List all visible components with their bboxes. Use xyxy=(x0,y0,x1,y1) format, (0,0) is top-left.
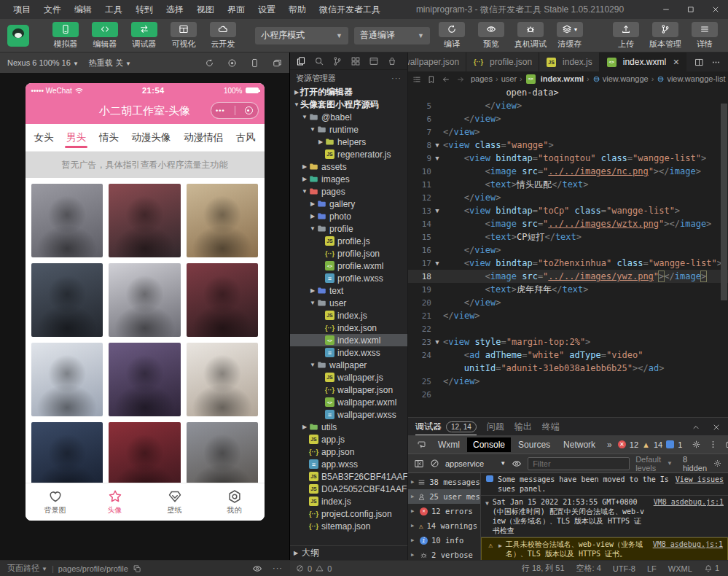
category-tab[interactable]: 女头 xyxy=(33,124,55,151)
git-branch-button[interactable] xyxy=(329,53,345,69)
category-tab[interactable]: 动漫头像 xyxy=(130,124,172,151)
toolbar-button[interactable]: 真机调试 xyxy=(514,22,547,50)
tree-item[interactable]: ≡index.wxss xyxy=(290,346,407,359)
category-tab[interactable]: 动漫情侣 xyxy=(182,124,224,151)
tabbar-item[interactable]: 壁纸 xyxy=(145,483,205,521)
console-filter-item[interactable]: ▶⚠14 warnings xyxy=(408,518,480,533)
devtools-tab[interactable]: Sources xyxy=(512,437,556,452)
code-line[interactable]: 8▼<view class="wangge"> xyxy=(408,139,728,152)
close-tab-icon[interactable]: ✕ xyxy=(673,58,679,67)
more-actions-button[interactable] xyxy=(711,57,721,67)
notifications-button[interactable]: 1 xyxy=(704,564,719,573)
code-line[interactable]: 6</view> xyxy=(408,112,728,125)
windows-button[interactable] xyxy=(273,58,282,68)
tree-item[interactable]: {··}profile.json xyxy=(290,247,407,260)
toolbar-button[interactable]: 可视化 xyxy=(168,22,200,50)
code-line[interactable]: 18<image src="../../images/ywz.png"></im… xyxy=(408,270,728,283)
clear-console-icon[interactable] xyxy=(430,459,439,468)
eye-icon[interactable] xyxy=(252,564,262,574)
tree-item[interactable]: JSB5AB3F26CBF41AAFD3... xyxy=(290,470,407,483)
debugger-tab[interactable]: 调试器12, 14 xyxy=(415,418,477,435)
compile-select[interactable]: 普通编译 ▼ xyxy=(354,27,430,44)
fold-chevron-icon[interactable]: ▼ xyxy=(431,141,443,149)
toolbar-button[interactable]: 调试器 xyxy=(128,22,160,50)
window-button[interactable] xyxy=(366,53,382,69)
hot-reload-select[interactable]: 热重载 关 ▼ xyxy=(89,58,131,69)
tree-item[interactable]: ▼头像套图小程序源码 xyxy=(290,98,407,111)
tree-item[interactable]: JSindex.js xyxy=(290,309,407,322)
tree-item[interactable]: {··}sitemap.json xyxy=(290,520,407,532)
extensions-button[interactable] xyxy=(348,53,364,69)
outline-list-button[interactable] xyxy=(412,74,421,83)
code-editor[interactable]: open-data>5</view>6</view>7</view>8▼<vie… xyxy=(408,86,728,417)
tree-item[interactable]: ≡wallpaper.wxss xyxy=(290,408,407,421)
problems-indicator[interactable]: 0 0 xyxy=(290,561,408,576)
code-line[interactable]: 12</view> xyxy=(408,191,728,204)
breadcrumb-item[interactable]: <>index.wxml xyxy=(525,74,584,84)
tree-item[interactable]: <>wallpaper.wxml xyxy=(290,396,407,408)
code-line[interactable]: 14<image src="../../images/wztx.png"></i… xyxy=(408,217,728,230)
code-line[interactable]: 25</view> xyxy=(408,375,728,388)
tree-item[interactable]: JSprofile.js xyxy=(290,235,407,247)
avatar-photo[interactable] xyxy=(109,263,181,337)
tree-item[interactable]: ▶utils xyxy=(290,421,407,433)
console-filter-item[interactable]: ▶25 user mes... xyxy=(408,489,480,504)
devtools-settings-button[interactable] xyxy=(692,440,701,450)
code-line[interactable]: 19<text>虎年拜年</text> xyxy=(408,283,728,296)
more-tabs-button[interactable]: » xyxy=(603,440,617,450)
debugger-tab[interactable]: 问题 xyxy=(487,418,504,435)
editor-tab[interactable]: {··}wallpaper.json xyxy=(408,52,466,71)
avatar-photo[interactable] xyxy=(187,422,259,483)
console-filter-input[interactable] xyxy=(528,457,630,470)
log-levels-select[interactable]: Default levels▼ xyxy=(635,455,673,472)
tree-item[interactable]: ▶images xyxy=(290,173,407,185)
record-button[interactable] xyxy=(227,58,237,68)
search-button[interactable] xyxy=(311,53,327,69)
code-line[interactable]: 7</view> xyxy=(408,125,728,139)
user-avatar[interactable] xyxy=(7,25,29,47)
tree-item[interactable]: {··}wallpaper.json xyxy=(290,384,407,396)
debugger-tab[interactable]: 输出 xyxy=(514,418,532,435)
close-panel-button[interactable] xyxy=(712,421,721,432)
tree-item[interactable]: JSwallpaper.js xyxy=(290,371,407,384)
devtools-tab[interactable]: Wxml xyxy=(432,437,466,452)
code-line[interactable]: 21</view> xyxy=(408,309,728,322)
tree-item[interactable]: JSapp.js xyxy=(290,433,407,445)
category-tab[interactable]: 男头 xyxy=(65,124,87,151)
debugger-tab[interactable]: 终端 xyxy=(542,418,560,435)
code-line[interactable]: 5</view> xyxy=(408,99,728,112)
avatar-photo[interactable] xyxy=(109,184,181,257)
files-button[interactable] xyxy=(293,53,309,69)
exit-button[interactable] xyxy=(245,106,253,114)
context-select[interactable]: appservice▼ xyxy=(445,459,506,468)
code-line[interactable]: open-data> xyxy=(408,86,728,99)
avatar-photo[interactable] xyxy=(187,263,259,337)
menu-item[interactable]: 帮助 xyxy=(283,0,312,19)
tree-item[interactable]: <>index.wxml xyxy=(290,334,407,346)
category-tab[interactable]: 古风 xyxy=(234,124,257,151)
breadcrumb-item[interactable]: view.wangge xyxy=(592,74,649,84)
avatar-photo[interactable] xyxy=(187,184,259,257)
plugin-button[interactable] xyxy=(384,53,400,69)
tree-item[interactable]: {··}app.json xyxy=(290,445,407,458)
status-item[interactable]: 行 18, 列 51 xyxy=(522,563,565,574)
menu-item[interactable]: 微信开发者工具 xyxy=(313,0,386,19)
maximize-button[interactable] xyxy=(678,0,703,19)
devtools-tab[interactable]: Console xyxy=(467,437,511,452)
outline-section[interactable]: ▶ 大纲 xyxy=(290,545,407,560)
devtools-menu-button[interactable] xyxy=(708,440,718,450)
toolbar-button[interactable]: 模拟器 xyxy=(50,22,82,50)
tree-item[interactable]: ≡app.wxss xyxy=(290,458,407,470)
device-select[interactable]: Nexus 6 100% 16 ▼ xyxy=(7,58,79,67)
tree-item[interactable]: {··}project.config.json xyxy=(290,507,407,520)
devtools-tab[interactable]: Network xyxy=(557,437,601,452)
tabbar-item[interactable]: 我的 xyxy=(205,483,265,521)
console-filter-item[interactable]: ▶38 messages xyxy=(408,475,480,489)
sidebar-toggle-icon[interactable] xyxy=(414,459,424,469)
avatar-photo[interactable] xyxy=(31,184,103,257)
code-line[interactable]: 15<text>CP短打</text> xyxy=(408,230,728,244)
console-filter-item[interactable]: ▶✕12 errors xyxy=(408,504,480,518)
toolbar-button[interactable]: 版本管理 xyxy=(649,22,681,50)
avatar-photo[interactable] xyxy=(187,343,259,416)
code-line[interactable]: 16</view> xyxy=(408,244,728,257)
